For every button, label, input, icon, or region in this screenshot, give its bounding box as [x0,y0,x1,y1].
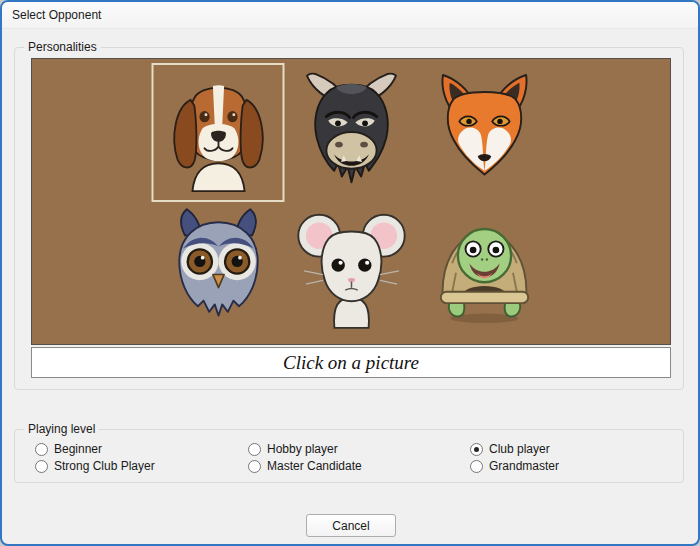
playing-level-label: Playing level [24,422,99,437]
radio-circle [35,443,48,456]
personality-fox[interactable] [418,63,551,202]
mouse-icon [294,206,408,330]
radio-label: Strong Club Player [54,459,155,473]
select-opponent-dialog: Select Opponent Personalities [0,0,700,546]
window-title: Select Opponent [12,2,101,28]
radio-beginner[interactable]: Beginner [35,441,102,457]
radio-label: Master Candidate [267,459,362,473]
fox-icon [426,70,542,196]
radio-circle [248,460,261,473]
personality-grid [152,63,551,334]
radio-label: Beginner [54,442,102,456]
radio-circle [470,460,483,473]
radio-circle [470,443,483,456]
radio-label: Grandmaster [489,459,559,473]
hint-text: Click on a picture [283,352,419,374]
personalities-group: Personalities [14,47,684,390]
radio-strong-club-player[interactable]: Strong Club Player [35,458,155,474]
radio-label: Hobby player [267,442,338,456]
turtle-icon [427,206,541,330]
personality-mouse[interactable] [285,202,418,334]
radio-club-player[interactable]: Club player [470,441,550,457]
radio-hobby-player[interactable]: Hobby player [248,441,338,457]
radio-grandmaster[interactable]: Grandmaster [470,458,559,474]
cancel-button[interactable]: Cancel [306,514,396,537]
title-bar[interactable]: Select Opponent [2,2,698,29]
owl-icon [162,207,274,329]
radio-label: Club player [489,442,550,456]
personality-owl[interactable] [152,202,285,334]
radio-master-candidate[interactable]: Master Candidate [248,458,362,474]
bull-icon [293,70,409,196]
personality-turtle[interactable] [418,202,551,334]
personalities-panel [31,58,671,345]
personalities-label: Personalities [24,40,101,55]
personality-beagle[interactable] [152,63,285,202]
radio-circle [248,443,261,456]
personality-bull[interactable] [285,63,418,202]
playing-level-group: Playing level Beginner Strong Club Playe… [14,429,684,483]
beagle-icon [162,72,274,193]
radio-circle [35,460,48,473]
hint-bar: Click on a picture [31,347,671,378]
